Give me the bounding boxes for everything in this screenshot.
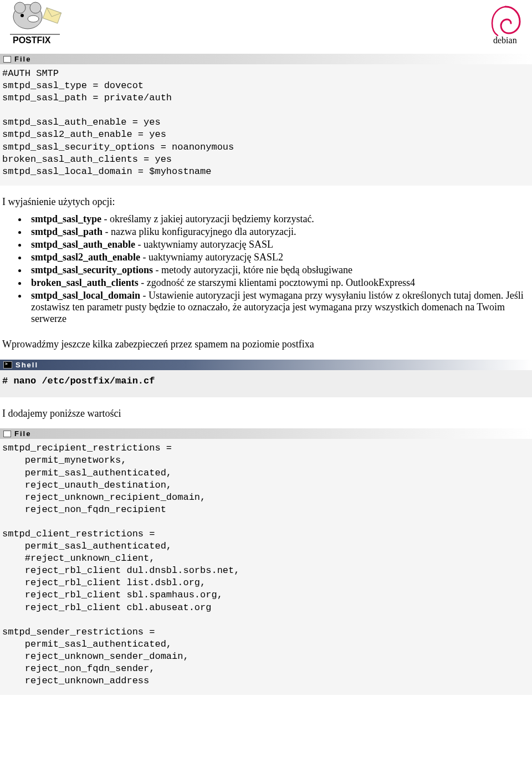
file-icon: [3, 431, 11, 437]
shell-block-header: Shell: [0, 360, 532, 370]
postfix-logo: POSTFIX: [4, 0, 71, 47]
page-header: POSTFIX debian: [0, 0, 532, 47]
option-desc: - uaktywniamy autoryzację SASL: [135, 239, 273, 250]
list-item: smtpd_sasl_type - określamy z jakiej aut…: [28, 213, 532, 225]
option-name: smtpd_sasl_path: [31, 226, 103, 237]
file-block-header-2: File: [0, 428, 532, 439]
option-desc: - nazwa pliku konfiguracyjnego dla autor…: [103, 226, 296, 237]
terminal-icon: [3, 361, 12, 368]
option-name: smtpd_sasl2_auth_enable: [31, 252, 140, 263]
debian-logo: debian: [483, 2, 528, 47]
svg-point-3: [21, 14, 24, 17]
option-desc: - zgodność ze starszymi klientami poczto…: [139, 277, 415, 288]
option-desc: - określamy z jakiej autoryzacji będziem…: [101, 213, 314, 224]
list-item: smtpd_sasl_auth_enable - uaktywniamy aut…: [28, 239, 532, 250]
option-name: smtpd_sasl_auth_enable: [31, 239, 135, 250]
options-list: smtpd_sasl_type - określamy z jakiej aut…: [0, 213, 532, 325]
file-icon: [3, 56, 11, 63]
svg-text:debian: debian: [493, 35, 517, 45]
option-desc: - metody autoryzacji, które nie będą obs…: [153, 264, 352, 275]
file-label: File: [14, 55, 31, 63]
svg-point-1: [14, 2, 25, 13]
option-name: smtpd_sasl_security_options: [31, 264, 153, 275]
paragraph-2: Wprowadźmy jeszcze kilka zabezpieczeń pr…: [0, 328, 532, 353]
paragraph-1: I wyjaśnienie użytych opcji:: [0, 186, 532, 211]
svg-point-2: [30, 2, 41, 13]
option-desc: - uaktywniamy autoryzację SASL2: [140, 252, 283, 263]
file-label: File: [14, 429, 31, 438]
shell-label: Shell: [16, 361, 38, 369]
list-item: smtpd_sasl_path - nazwa pliku konfigurac…: [28, 226, 532, 238]
file-block-header-1: File: [0, 54, 532, 64]
list-item: smtpd_sasl_local_domain - Ustawienie aut…: [28, 290, 532, 325]
paragraph-3: I dodajemy poniższe wartości: [0, 397, 532, 422]
list-item: broken_sasl_auth_clients - zgodność ze s…: [28, 277, 532, 289]
option-name: smtpd_sasl_local_domain: [31, 290, 140, 301]
code-block-auth-smtp: #AUTH SMTP smtpd_sasl_type = dovecot smt…: [0, 64, 532, 186]
svg-rect-5: [43, 8, 61, 23]
option-name: broken_sasl_auth_clients: [31, 277, 139, 288]
shell-command: # nano /etc/postfix/main.cf: [0, 370, 532, 397]
option-name: smtpd_sasl_type: [31, 213, 101, 224]
list-item: smtpd_sasl2_auth_enable - uaktywniamy au…: [28, 252, 532, 263]
code-block-restrictions: smtpd_recipient_restrictions = permit_my…: [0, 439, 532, 695]
svg-text:POSTFIX: POSTFIX: [13, 35, 51, 45]
list-item: smtpd_sasl_security_options - metody aut…: [28, 264, 532, 276]
svg-point-4: [28, 16, 39, 22]
